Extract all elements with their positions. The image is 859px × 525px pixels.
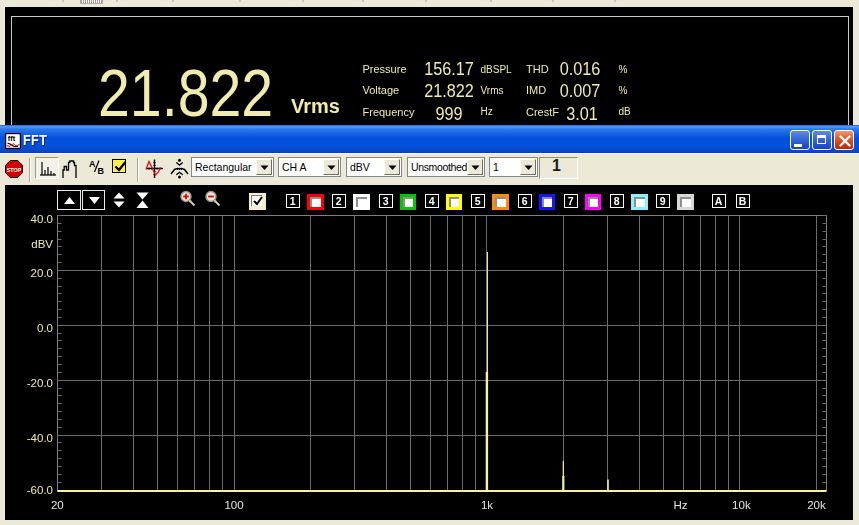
svg-text:-40.0: -40.0	[27, 432, 53, 444]
svg-text:20: 20	[51, 499, 64, 511]
svg-text:100: 100	[224, 499, 243, 511]
svg-text:fft: fft	[8, 134, 16, 143]
svg-text:1: 1	[290, 195, 296, 207]
svg-text:0.0: 0.0	[37, 322, 53, 334]
svg-text:20.0: 20.0	[31, 267, 53, 279]
svg-text:-20.0: -20.0	[27, 377, 53, 389]
svg-text:A: A	[715, 195, 723, 207]
svg-text:10k: 10k	[732, 499, 751, 511]
svg-text:1k: 1k	[481, 499, 493, 511]
svg-text:20k: 20k	[807, 499, 826, 511]
svg-text:dBV: dBV	[31, 238, 53, 250]
svg-text:5: 5	[475, 195, 481, 207]
svg-text:B: B	[98, 166, 105, 176]
svg-text:8: 8	[614, 195, 620, 207]
svg-text:B: B	[739, 195, 747, 207]
svg-text:40.0: 40.0	[31, 213, 53, 225]
svg-text:A: A	[89, 159, 96, 169]
svg-text:7: 7	[567, 195, 573, 207]
svg-text:Hz: Hz	[673, 499, 687, 511]
svg-text:-60.0: -60.0	[27, 484, 53, 496]
svg-text:4: 4	[429, 195, 435, 207]
svg-text:STOP: STOP	[7, 167, 22, 173]
svg-text:2: 2	[336, 195, 342, 207]
svg-text:9: 9	[660, 195, 666, 207]
svg-text:3: 3	[382, 195, 388, 207]
svg-text:6: 6	[521, 195, 527, 207]
